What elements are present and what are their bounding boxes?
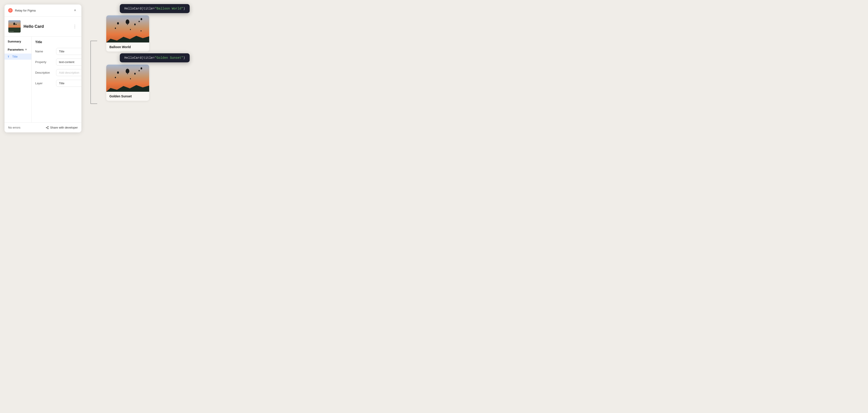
card-image-2 [106,65,149,92]
svg-line-4 [47,127,48,127]
balloon-body [134,73,135,74]
balloon-body [138,70,140,71]
tooltip-value-1: "Balloon World" [155,7,183,10]
preview-card-1: Balloon World [106,15,149,52]
thumbnail-label: Hello World [9,31,14,32]
component-name: Hello Card [24,24,44,29]
param-name-title: Title [12,55,18,58]
balloon-tiny-1 [130,29,131,30]
panel-header: Relay for Figma × [4,4,81,17]
balloon-2t2 [141,67,142,69]
code-tooltip-2: HelloCard(title="Golden Sunset") [120,53,190,62]
balloon-body [138,21,140,22]
balloon-body [130,78,131,79]
balloon-body [117,71,119,74]
app-name: Relay for Figma [15,9,36,12]
description-field-row: Description [32,67,81,78]
balloon-small-4 [138,21,140,22]
close-button[interactable]: × [72,8,78,13]
property-select[interactable]: text-content visibility component [56,59,81,65]
balloon-large [126,20,129,25]
param-type-text-icon: T [8,55,11,58]
balloon-scene-1 [106,15,149,42]
panel-footer: No errors Share with developer [4,123,81,132]
parameters-label: Parameters [8,48,24,51]
description-input[interactable] [56,69,81,76]
code-tooltip-1: HelloCard(title="Balloon World") [120,4,190,13]
tooltip-suffix-2: ) [183,56,185,60]
balloon-body [134,24,135,25]
preview-card-2: Golden Sunset [106,65,149,101]
card-image-1 [106,15,149,42]
sidebar: Summary Parameters + T Title [4,37,32,123]
content-header: Title 🗑 [32,37,81,46]
layer-label: Layer [35,82,53,85]
balloon-tiny-2 [141,18,142,20]
svg-point-0 [48,126,49,127]
close-icon: × [74,8,76,12]
summary-label[interactable]: Summary [4,37,31,45]
svg-line-3 [47,128,48,128]
parameters-header: Parameters + [4,45,31,54]
balloon-small-2 [134,24,135,25]
balloon-body [126,69,129,73]
status-badge: No errors [8,126,20,129]
balloon-basket [127,24,128,25]
balloon-tiny-3 [141,30,142,31]
add-parameter-button[interactable]: + [24,47,28,52]
component-header-left: Hello World Hello Card [8,20,44,33]
share-button[interactable]: Share with developer [46,126,78,129]
name-label: Name [35,50,53,53]
description-label: Description [35,71,53,74]
card-spacer-2: Golden Sunset [106,65,864,101]
balloon-body [126,20,129,24]
component-thumbnail: Hello World [8,20,21,33]
balloon-small-1 [117,22,119,24]
relay-logo-inner [9,9,11,11]
content-title: Title [35,40,42,44]
property-label: Property [35,60,53,64]
component-header: Hello World Hello Card ⋮ [4,17,81,37]
property-field-row: Property text-content visibility compone… [32,57,81,67]
card-title-2: Golden Sunset [106,92,149,101]
relay-logo-icon [8,8,13,13]
balloon-scene-2 [106,65,149,92]
add-icon: + [25,47,27,52]
thumb-balloon-icon [13,23,15,25]
balloon-body [141,18,142,20]
tooltip-prefix-2: HelloCard(title= [124,56,155,60]
tooltip-suffix-1: ) [183,7,185,10]
balloon-2s3 [115,77,116,78]
svg-point-1 [46,127,47,128]
more-options-button[interactable]: ⋮ [72,23,78,30]
share-icon [46,126,49,129]
balloon-body [115,77,116,78]
more-icon: ⋮ [73,24,77,29]
balloon-small-3 [115,28,116,29]
panel-body: Summary Parameters + T Title Title 🗑 [4,37,81,123]
balloon-2s2 [134,73,135,74]
balloon-large-2 [126,69,129,74]
balloon-body [130,29,131,30]
balloon-body [141,30,142,31]
preview-card-wrap-2: HelloCard(title="Golden Sunset") [106,54,864,101]
relay-panel: Relay for Figma × Hello World Hello Card… [4,4,81,132]
name-field-row: Name [32,46,81,57]
balloon-body [115,28,116,29]
param-item-title[interactable]: T Title [4,54,31,60]
name-input[interactable] [56,48,81,55]
balloon-body [117,22,119,24]
tooltip-value-2: "Golden Sunset" [155,56,183,60]
preview-area: HelloCard(title="Balloon World") [106,4,864,103]
balloon-2s4 [138,70,140,71]
balloon-2t1 [130,78,131,79]
layer-field-row: Layer ⊕ [32,78,81,89]
card-title-1: Balloon World [106,42,149,52]
preview-card-wrap-1: HelloCard(title="Balloon World") [106,4,864,52]
bracket-icon [90,41,97,104]
layer-input[interactable] [56,80,81,87]
content-panel: Title 🗑 Name Property text-content visib… [32,37,81,123]
balloon-2s1 [117,71,119,74]
balloon-body [141,67,142,69]
panel-header-left: Relay for Figma [8,8,36,13]
